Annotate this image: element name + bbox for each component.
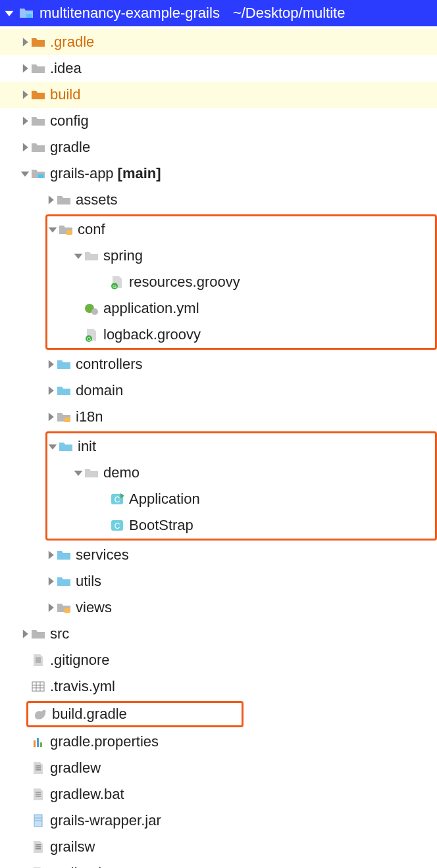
highlight-box-conf: conf spring G resources.groovy applicati… <box>45 214 437 350</box>
tree-item-gitignore[interactable]: .gitignore <box>0 647 437 673</box>
tree-item-build[interactable]: build <box>0 82 437 108</box>
tree-item-i18n[interactable]: i18n <box>0 404 437 430</box>
chevron-right-icon[interactable] <box>20 37 30 47</box>
package-folder-icon <box>84 248 99 264</box>
tree-label: application.yml <box>103 300 199 317</box>
tree-label: assets <box>76 191 118 208</box>
tree-label: Application <box>129 491 200 508</box>
tree-item-grailsw[interactable]: grailsw <box>0 834 437 860</box>
text-file-icon <box>30 839 46 855</box>
module-folder-icon <box>30 166 46 181</box>
chevron-right-icon[interactable] <box>20 63 30 74</box>
chevron-right-icon[interactable] <box>20 89 30 100</box>
tree-item-grails-wrapper-jar[interactable]: grails-wrapper.jar <box>0 808 437 834</box>
tree-item-views[interactable]: views <box>0 594 437 621</box>
svg-rect-24 <box>37 738 39 747</box>
tree-label: i18n <box>76 408 103 425</box>
tree-item-init[interactable]: init <box>47 433 435 460</box>
tree-label: .gradle <box>50 34 94 51</box>
project-name: multitenancy-example-grails <box>39 5 220 22</box>
tree-label: demo <box>103 464 140 481</box>
tree-item-gradle-hidden[interactable]: .gradle <box>0 29 437 55</box>
tree-item-controllers[interactable]: controllers <box>0 351 437 377</box>
chevron-right-icon[interactable] <box>20 116 30 126</box>
tree-label: src <box>50 625 69 642</box>
folder-icon <box>30 626 46 642</box>
tree-label: .idea <box>50 60 82 77</box>
chevron-right-icon[interactable] <box>45 195 56 205</box>
tree-item-assets[interactable]: assets <box>0 187 437 213</box>
tree-item-utils[interactable]: utils <box>0 568 437 594</box>
tree-label: grails-app <box>50 165 114 182</box>
tree-item-src[interactable]: src <box>0 621 437 647</box>
tree-label: utils <box>76 573 101 590</box>
chevron-right-icon[interactable] <box>45 359 56 370</box>
svg-rect-26 <box>36 765 41 767</box>
svg-rect-0 <box>26 14 32 18</box>
tree-item-demo[interactable]: demo <box>47 460 435 486</box>
svg-rect-15 <box>36 658 41 659</box>
svg-rect-9 <box>64 418 70 422</box>
chevron-down-icon[interactable] <box>20 168 30 179</box>
chevron-right-icon[interactable] <box>45 412 56 422</box>
class-icon: C <box>109 518 125 533</box>
tree-item-application-yml[interactable]: application.yml <box>47 295 435 322</box>
tree-label: gradle <box>50 139 90 156</box>
tree-label: gradlew.bat <box>50 786 124 803</box>
tree-item-build-gradle[interactable]: build.gradle <box>28 703 242 725</box>
tree-item-domain[interactable]: domain <box>0 377 437 404</box>
chevron-right-icon[interactable] <box>45 576 56 587</box>
tree-item-application-class[interactable]: C Application <box>47 486 435 512</box>
source-folder-icon <box>56 356 72 372</box>
chevron-right-icon[interactable] <box>45 602 56 613</box>
tree-item-gradlew-bat[interactable]: gradlew.bat <box>0 781 437 808</box>
chevron-right-icon[interactable] <box>45 550 56 560</box>
svg-rect-25 <box>40 742 42 747</box>
tree-item-resources-groovy[interactable]: G resources.groovy <box>47 269 435 295</box>
tree-item-config[interactable]: config <box>0 108 437 134</box>
svg-text:G: G <box>87 336 91 342</box>
tree-item-idea[interactable]: .idea <box>0 55 437 82</box>
resource-folder-icon <box>56 409 72 425</box>
tree-item-grailsw-bat[interactable]: grailsw.bat <box>0 860 437 868</box>
svg-text:C: C <box>115 495 120 504</box>
jar-file-icon <box>30 813 46 829</box>
tree-label: services <box>76 546 129 564</box>
chevron-down-icon[interactable] <box>73 468 84 478</box>
chevron-down-icon[interactable] <box>47 224 58 235</box>
tree-item-services[interactable]: services <box>0 542 437 568</box>
tree-item-gradle[interactable]: gradle <box>0 134 437 160</box>
chevron-right-icon[interactable] <box>20 142 30 153</box>
spring-config-icon <box>84 301 99 316</box>
class-run-icon: C <box>109 491 125 507</box>
folder-icon <box>30 113 46 129</box>
chevron-down-icon[interactable] <box>73 251 84 261</box>
tree-item-grails-app[interactable]: grails-app [main] <box>0 160 437 187</box>
tree-item-spring[interactable]: spring <box>47 243 435 269</box>
project-path: ~/Desktop/multite <box>233 5 346 22</box>
svg-text:C: C <box>115 521 120 531</box>
expand-arrow-icon[interactable] <box>4 8 14 18</box>
svg-rect-35 <box>36 844 41 846</box>
tree-label: conf <box>78 221 105 238</box>
tree-label: domain <box>76 382 123 399</box>
tree-item-gradle-properties[interactable]: gradle.properties <box>0 729 437 755</box>
gradle-file-icon <box>32 706 48 722</box>
tree-item-bootstrap-class[interactable]: C BootStrap <box>47 512 435 539</box>
chevron-down-icon[interactable] <box>47 441 58 452</box>
tree-label: grails-wrapper.jar <box>50 812 161 829</box>
highlight-box-init: init demo C Application C BootStrap <box>45 431 437 541</box>
project-header[interactable]: multitenancy-example-grails ~/Desktop/mu… <box>0 0 437 26</box>
tree-label: logback.groovy <box>103 326 201 343</box>
tree-item-conf[interactable]: conf <box>47 216 435 243</box>
svg-rect-28 <box>36 769 41 771</box>
tree-label: init <box>78 438 96 455</box>
chevron-right-icon[interactable] <box>20 629 30 639</box>
chevron-right-icon[interactable] <box>45 385 56 396</box>
svg-rect-23 <box>34 740 36 747</box>
tree-item-travis-yml[interactable]: .travis.yml <box>0 673 437 700</box>
properties-file-icon <box>30 734 46 750</box>
folder-icon <box>30 34 46 50</box>
tree-item-gradlew[interactable]: gradlew <box>0 755 437 781</box>
tree-item-logback-groovy[interactable]: G logback.groovy <box>47 322 435 348</box>
